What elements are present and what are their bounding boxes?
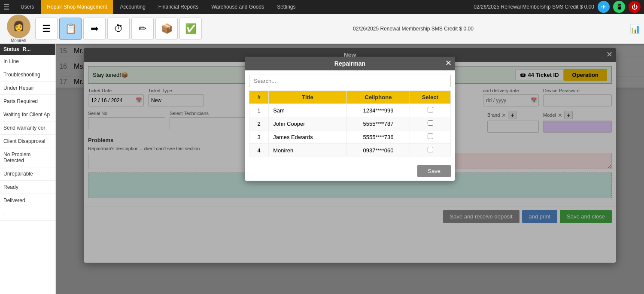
avatar-wrap: 👩 Monireh — [3, 14, 33, 44]
repairman-dialog: Repairman ✕ # Title Cellphone — [245, 57, 455, 181]
renewal-text: 02/26/2025 Renewal Membership SMS Credit… — [474, 4, 594, 10]
sidebar-item-ready[interactable]: Ready — [0, 181, 55, 194]
toolbar-btn-1[interactable]: 📋 — [59, 18, 82, 40]
repairman-num-3: 3 — [249, 130, 269, 144]
repairman-title-1: Sam — [269, 104, 347, 117]
sidebar-item-waiting-for-client-ap[interactable]: Waiting for Client Ap — [0, 108, 55, 121]
repairman-row-2[interactable]: 2 John Cooper 5555****787 — [249, 117, 451, 130]
sidebar-item-delivered[interactable]: Delivered — [0, 194, 55, 207]
toolbar-btn-4[interactable]: ✏ — [131, 18, 154, 40]
sidebar-item-in-line[interactable]: In Line — [0, 55, 55, 68]
repairman-num-4: 4 — [249, 144, 269, 157]
nav-item-users[interactable]: Users — [15, 0, 40, 14]
repairman-select-1[interactable] — [410, 104, 451, 117]
avatar: 👩 — [7, 15, 30, 38]
col-title: Title — [269, 91, 347, 104]
repairman-dialog-header: Repairman ✕ — [245, 57, 455, 70]
nav-item-accounting[interactable]: Accounting — [114, 0, 151, 14]
main-modal-overlay: New ✕ Stay tuned! 📦 🎟 44 Ticket ID — [56, 44, 644, 294]
repairman-cell-1: 1234****999 — [346, 104, 410, 117]
col-num: # — [249, 91, 269, 104]
top-navigation: ☰ UsersRepair Shop ManagementAccountingF… — [0, 0, 644, 14]
repairman-title-3: James Edwards — [269, 130, 347, 144]
sidebar-item-parts-required[interactable]: Parts Required — [0, 95, 55, 108]
repairman-dialog-footer: Save — [245, 161, 455, 181]
excel-icon[interactable]: 📊 — [630, 24, 641, 34]
repairman-checkbox-1[interactable] — [428, 107, 433, 112]
sidebar-items: In LineTroubleshootingUnder RepairParts … — [0, 55, 55, 221]
repairman-title-4: Monireh — [269, 144, 347, 157]
hamburger-icon[interactable]: ☰ — [3, 3, 9, 11]
nav-right: 02/26/2025 Renewal Membership SMS Credit… — [474, 1, 641, 13]
repairman-checkbox-3[interactable] — [428, 133, 433, 139]
repairman-row-4[interactable]: 4 Monireh 0937****060 — [249, 144, 451, 157]
repairman-title-2: John Cooper — [269, 117, 347, 130]
repairman-select-3[interactable] — [410, 130, 451, 144]
main-area: Status R... In LineTroubleshootingUnder … — [0, 44, 644, 294]
repairman-dialog-overlay: Repairman ✕ # Title Cellphone — [84, 48, 616, 263]
repairman-checkbox-4[interactable] — [428, 147, 433, 152]
repairman-dialog-title: Repairman — [334, 60, 365, 67]
toolbar-btn-5[interactable]: 📦 — [155, 18, 178, 40]
sidebar: Status R... In LineTroubleshootingUnder … — [0, 44, 56, 294]
repairman-table: # Title Cellphone Select 1 Sam 1234****9… — [249, 91, 451, 157]
col-cellphone: Cellphone — [346, 91, 410, 104]
sidebar-item-troubleshooting[interactable]: Troubleshooting — [0, 68, 55, 82]
repairman-num-1: 1 — [249, 104, 269, 117]
repairman-cell-4: 0937****060 — [346, 144, 410, 157]
repair-label: R... — [23, 46, 31, 52]
sidebar-item-unrepairable[interactable]: Unrepairable — [0, 167, 55, 181]
repairman-num-2: 2 — [249, 117, 269, 130]
repairman-checkbox-2[interactable] — [428, 120, 433, 126]
nav-items: UsersRepair Shop ManagementAccountingFin… — [15, 0, 302, 14]
toolbar-btn-3[interactable]: ⏱ — [107, 18, 130, 40]
sidebar-item-client-disapproval[interactable]: Client Disapproval — [0, 135, 55, 148]
repairman-select-4[interactable] — [410, 144, 451, 157]
whatsapp-icon[interactable]: 📱 — [613, 1, 625, 13]
toolbar-btn-0[interactable]: ☰ — [35, 18, 58, 40]
nav-item-settings[interactable]: Settings — [271, 0, 301, 14]
sidebar-item-·[interactable]: · — [0, 207, 55, 221]
repairman-table-head: # Title Cellphone Select — [249, 91, 451, 104]
main-dialog: New ✕ Stay tuned! 📦 🎟 44 Ticket ID — [84, 48, 616, 263]
col-select: Select — [410, 91, 451, 104]
repairman-dialog-close-button[interactable]: ✕ — [445, 58, 452, 68]
toolbar-buttons: ☰📋➡⏱✏📦✅ — [35, 18, 202, 40]
nav-item-repair-shop-management[interactable]: Repair Shop Management — [41, 0, 113, 14]
toolbar-renewal: 02/26/2025 Renewal Membership SMS Credit… — [353, 26, 474, 32]
sidebar-item-send-warranty-cor[interactable]: Send warranty cor — [0, 121, 55, 135]
repairman-dialog-body: # Title Cellphone Select 1 Sam 1234****9… — [245, 70, 455, 161]
repairman-table-header-row: # Title Cellphone Select — [249, 91, 451, 104]
repairman-row-3[interactable]: 3 James Edwards 5555****736 — [249, 130, 451, 144]
repairman-table-body: 1 Sam 1234****999 2 John Cooper 5555****… — [249, 104, 451, 157]
repairman-search-input[interactable] — [249, 75, 451, 87]
sidebar-item-under-repair[interactable]: Under Repair — [0, 82, 55, 95]
sidebar-header: Status R... — [0, 44, 55, 55]
repairman-row-1[interactable]: 1 Sam 1234****999 — [249, 104, 451, 117]
repairman-cell-2: 5555****787 — [346, 117, 410, 130]
repairman-cell-3: 5555****736 — [346, 130, 410, 144]
nav-item-financial-reports[interactable]: Financial Reports — [152, 0, 204, 14]
toolbar-btn-6[interactable]: ✅ — [179, 18, 202, 40]
toolbar: 👩 Monireh ☰📋➡⏱✏📦✅ 02/26/2025 Renewal Mem… — [0, 14, 644, 44]
nav-item-warehouse-and-goods[interactable]: Warehouse and Goods — [205, 0, 270, 14]
toolbar-btn-2[interactable]: ➡ — [83, 18, 106, 40]
status-label: Status — [3, 46, 19, 52]
username-label: Monireh — [11, 38, 26, 43]
repairman-save-button[interactable]: Save — [417, 165, 451, 177]
repairman-select-2[interactable] — [410, 117, 451, 130]
telegram-icon[interactable]: ✈ — [598, 1, 610, 13]
sidebar-item-no-problem-detected[interactable]: No Problem Detected — [0, 148, 55, 167]
content-area: 15 Mr. Robert Clark 💬 🖨 insert invoice 5… — [56, 44, 644, 294]
power-icon[interactable]: ⏻ — [629, 1, 641, 13]
